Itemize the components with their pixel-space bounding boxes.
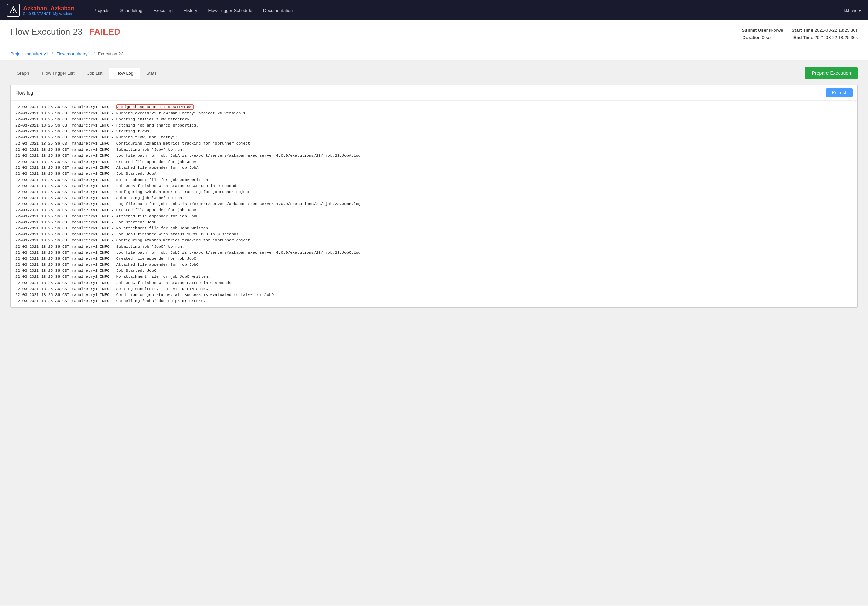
nav-links: Projects Scheduling Executing History Fl… [88, 0, 844, 20]
log-line: 22-03-2021 18:25:36 CST manulretry1 INFO… [16, 261, 852, 267]
flow-log-body: 22-03-2021 18:25:36 CST manulretry1 INFO… [11, 100, 857, 308]
log-line: 22-03-2021 18:25:36 CST manulretry1 INFO… [16, 243, 852, 250]
nav-link-projects[interactable]: Projects [88, 0, 115, 20]
breadcrumb-sep-2: / [93, 51, 95, 56]
log-line: 22-03-2021 18:25:36 CST manulretry1 INFO… [16, 122, 852, 128]
log-line: 22-03-2021 18:25:36 CST manulretry1 INFO… [16, 201, 852, 207]
log-line: 22-03-2021 18:25:36 CST manulretry1 INFO… [16, 280, 852, 286]
nav-link-history[interactable]: History [178, 0, 203, 20]
nav-link-scheduling[interactable]: Scheduling [115, 0, 148, 20]
tabs-row: Graph Flow Trigger List Job List Flow Lo… [10, 67, 858, 79]
tab-graph[interactable]: Graph [10, 68, 36, 79]
log-line: 22-03-2021 18:25:36 CST manulretry1 INFO… [16, 141, 852, 147]
breadcrumb-sep-1: / [52, 51, 53, 56]
log-line: 22-03-2021 18:25:36 CST manulretry1 INFO… [16, 165, 852, 171]
breadcrumb: Project manultetry1 / Flow manulretry1 /… [0, 48, 868, 60]
tabs: Graph Flow Trigger List Job List Flow Lo… [10, 68, 163, 79]
brand-text: Azkaban Azkaban 0.1.0-SNAPSHOT My Azkaba… [23, 5, 74, 15]
log-line: 22-03-2021 18:25:36 CST manulretry1 INFO… [16, 256, 852, 262]
refresh-button[interactable]: Refresh [826, 88, 852, 97]
tab-flow-log[interactable]: Flow Log [109, 68, 140, 79]
log-line: 22-03-2021 18:25:36 CST manulretry1 INFO… [16, 250, 852, 256]
flow-log-title: Flow log [16, 90, 33, 96]
log-line: 22-03-2021 18:25:36 CST manulretry1 INFO… [16, 153, 852, 159]
nav-link-documentation[interactable]: Documentation [258, 0, 298, 20]
log-line: 22-03-2021 18:25:36 CST manulretry1 INFO… [16, 183, 852, 189]
log-line: 22-03-2021 18:25:36 CST manulretry1 INFO… [16, 147, 852, 153]
log-line: 22-03-2021 18:25:36 CST manulretry1 INFO… [16, 225, 852, 231]
log-line: 22-03-2021 18:25:36 CST manulretry1 INFO… [16, 171, 852, 177]
svg-point-2 [13, 12, 14, 12]
brand-logo [7, 4, 20, 17]
exec-title: Flow Execution 23 FAILED [10, 26, 121, 37]
highlighted-executor-text: Assigned executor : node01:44390 [116, 104, 194, 110]
log-line: 22-03-2021 18:25:36 CST manulretry1 INFO… [16, 267, 852, 274]
log-line: 22-03-2021 18:25:36 CST manulretry1 INFO… [16, 298, 852, 304]
log-line: 22-03-2021 18:25:36 CST manulretry1 INFO… [16, 195, 852, 201]
log-line: 22-03-2021 18:25:36 CST manulretry1 INFO… [16, 134, 852, 141]
navbar: Azkaban Azkaban 0.1.0-SNAPSHOT My Azkaba… [0, 0, 868, 20]
nav-link-executing[interactable]: Executing [148, 0, 178, 20]
breadcrumb-project-link[interactable]: Project manultetry1 [10, 51, 50, 56]
log-line: 22-03-2021 18:25:36 CST manulretry1 INFO… [16, 220, 852, 226]
log-line: 22-03-2021 18:25:36 CST manulretry1 INFO… [16, 207, 852, 213]
page-header: Flow Execution 23 FAILED Submit User kkb… [0, 20, 868, 48]
flow-log-panel: Flow log Refresh 22-03-2021 18:25:36 CST… [10, 85, 858, 308]
log-line: 22-03-2021 18:25:36 CST manulretry1 INFO… [16, 292, 852, 298]
tab-flow-trigger-list[interactable]: Flow Trigger List [36, 68, 81, 79]
breadcrumb-execution: Execution 23 [98, 51, 123, 56]
log-line: 22-03-2021 18:25:36 CST manulretry1 INFO… [16, 116, 852, 122]
brand-name: Azkaban Azkaban [23, 5, 74, 12]
log-line: 22-03-2021 18:25:36 CST manulretry1 INFO… [16, 159, 852, 165]
brand: Azkaban Azkaban 0.1.0-SNAPSHOT My Azkaba… [7, 4, 74, 17]
nav-user[interactable]: kkbrwe [843, 8, 861, 13]
tab-stats[interactable]: Stats [140, 68, 163, 79]
log-line: 22-03-2021 18:25:36 CST manulretry1 INFO… [16, 110, 852, 116]
log-line: 22-03-2021 18:25:36 CST manulretry1 INFO… [16, 286, 852, 292]
tab-job-list[interactable]: Job List [81, 68, 109, 79]
log-line: 22-03-2021 18:25:36 CST manulretry1 INFO… [16, 274, 852, 280]
log-line: 22-03-2021 18:25:36 CST manulretry1 INFO… [16, 128, 852, 134]
log-line: 22-03-2021 18:25:36 CST manulretry1 INFO… [16, 189, 852, 195]
log-line: 22-03-2021 18:25:36 CST manulretry1 INFO… [16, 104, 852, 110]
log-line: 22-03-2021 18:25:36 CST manulretry1 INFO… [16, 177, 852, 183]
log-line: 22-03-2021 18:25:36 CST manulretry1 INFO… [16, 231, 852, 237]
log-line: 22-03-2021 18:25:36 CST manulretry1 INFO… [16, 213, 852, 220]
nav-link-flow-trigger-schedule[interactable]: Flow Trigger Schedule [203, 0, 257, 20]
flow-log-header: Flow log Refresh [11, 85, 857, 100]
prepare-execution-button[interactable]: Prepare Execution [805, 67, 858, 79]
breadcrumb-flow-link[interactable]: Flow manulretry1 [56, 51, 91, 56]
main-content: Graph Flow Trigger List Job List Flow Lo… [0, 60, 868, 605]
exec-meta: Submit User kkbrwe Start Time 2021-03-22… [742, 26, 858, 42]
brand-version: 0.1.0-SNAPSHOT My Azkaban [23, 12, 74, 15]
log-line: 22-03-2021 18:25:36 CST manulretry1 INFO… [16, 237, 852, 243]
